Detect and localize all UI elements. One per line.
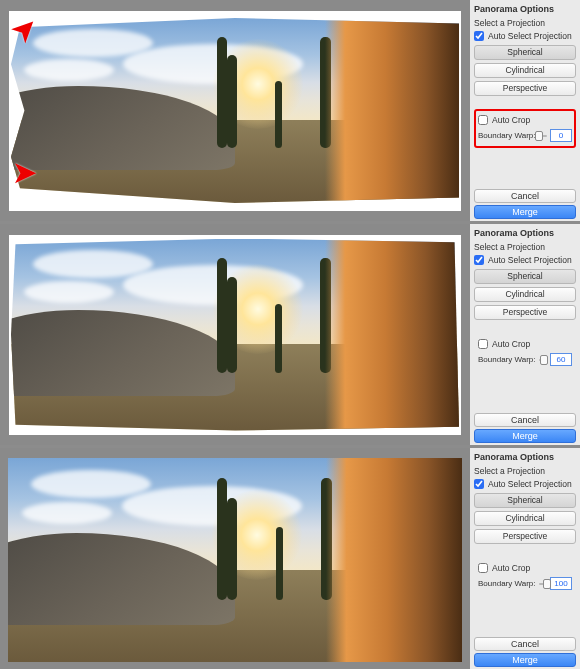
cylindrical-button[interactable]: Cylindrical <box>474 287 576 302</box>
auto-crop-checkbox[interactable]: Auto Crop <box>478 563 572 573</box>
select-projection-label: Select a Projection <box>474 18 576 28</box>
boundary-warp-value[interactable]: 60 <box>550 353 572 366</box>
panel-title: Panorama Options <box>474 452 576 462</box>
options-panel: Panorama Options Select a Projection Aut… <box>470 0 580 221</box>
merge-button[interactable]: Merge <box>474 205 576 219</box>
auto-crop-input[interactable] <box>478 115 488 125</box>
preview-area <box>0 224 470 445</box>
options-panel: Panorama Options Select a Projection Aut… <box>470 224 580 445</box>
panel-title: Panorama Options <box>474 4 576 14</box>
auto-crop-input[interactable] <box>478 563 488 573</box>
auto-select-projection-label: Auto Select Projection <box>488 255 572 265</box>
auto-crop-checkbox[interactable]: Auto Crop <box>478 339 572 349</box>
auto-crop-checkbox[interactable]: Auto Crop <box>478 115 572 125</box>
crop-warp-group: Auto Crop Boundary Warp: 100 <box>474 557 576 596</box>
boundary-warp-label: Boundary Warp: <box>478 131 536 140</box>
spherical-button[interactable]: Spherical <box>474 45 576 60</box>
panel-title: Panorama Options <box>474 228 576 238</box>
auto-select-projection-input[interactable] <box>474 31 484 41</box>
slider-thumb[interactable] <box>535 131 543 141</box>
panorama-image <box>11 18 459 203</box>
auto-crop-label: Auto Crop <box>492 339 530 349</box>
select-projection-label: Select a Projection <box>474 242 576 252</box>
boundary-warp-value[interactable]: 100 <box>550 577 572 590</box>
panel-footer: Cancel Merge <box>474 189 576 221</box>
panorama-image <box>11 239 459 431</box>
cancel-button[interactable]: Cancel <box>474 413 576 427</box>
auto-select-projection-input[interactable] <box>474 479 484 489</box>
preview-area: ➤ ➤ <box>0 0 470 221</box>
auto-crop-label: Auto Crop <box>492 563 530 573</box>
spherical-button[interactable]: Spherical <box>474 269 576 284</box>
boundary-warp-slider[interactable]: Boundary Warp: 0 <box>478 129 572 142</box>
panorama-row: Panorama Options Select a Projection Aut… <box>0 448 580 669</box>
preview-area <box>0 448 470 669</box>
panorama-row: Panorama Options Select a Projection Aut… <box>0 224 580 445</box>
auto-crop-input[interactable] <box>478 339 488 349</box>
perspective-button[interactable]: Perspective <box>474 81 576 96</box>
slider-track[interactable] <box>539 359 547 361</box>
auto-select-projection-label: Auto Select Projection <box>488 31 572 41</box>
slider-track[interactable] <box>539 135 547 137</box>
panel-footer: Cancel Merge <box>474 637 576 669</box>
boundary-warp-slider[interactable]: Boundary Warp: 60 <box>478 353 572 366</box>
perspective-button[interactable]: Perspective <box>474 305 576 320</box>
boundary-warp-slider[interactable]: Boundary Warp: 100 <box>478 577 572 590</box>
cylindrical-button[interactable]: Cylindrical <box>474 63 576 78</box>
auto-select-projection-checkbox[interactable]: Auto Select Projection <box>474 479 576 489</box>
cylindrical-button[interactable]: Cylindrical <box>474 511 576 526</box>
options-panel: Panorama Options Select a Projection Aut… <box>470 448 580 669</box>
preview-canvas <box>9 235 461 435</box>
merge-button[interactable]: Merge <box>474 429 576 443</box>
auto-select-projection-checkbox[interactable]: Auto Select Projection <box>474 255 576 265</box>
preview-canvas: ➤ ➤ <box>9 11 461 211</box>
slider-thumb[interactable] <box>540 355 548 365</box>
crop-warp-group: Auto Crop Boundary Warp: 60 <box>474 333 576 372</box>
auto-select-projection-input[interactable] <box>474 255 484 265</box>
spherical-button[interactable]: Spherical <box>474 493 576 508</box>
boundary-warp-label: Boundary Warp: <box>478 355 536 364</box>
cancel-button[interactable]: Cancel <box>474 189 576 203</box>
auto-select-projection-checkbox[interactable]: Auto Select Projection <box>474 31 576 41</box>
select-projection-label: Select a Projection <box>474 466 576 476</box>
perspective-button[interactable]: Perspective <box>474 529 576 544</box>
panel-footer: Cancel Merge <box>474 413 576 445</box>
slider-thumb[interactable] <box>543 579 551 589</box>
merge-button[interactable]: Merge <box>474 653 576 667</box>
cancel-button[interactable]: Cancel <box>474 637 576 651</box>
auto-select-projection-label: Auto Select Projection <box>488 479 572 489</box>
crop-warp-group: Auto Crop Boundary Warp: 0 <box>474 109 576 148</box>
boundary-warp-label: Boundary Warp: <box>478 579 536 588</box>
boundary-warp-value[interactable]: 0 <box>550 129 572 142</box>
auto-crop-label: Auto Crop <box>492 115 530 125</box>
panorama-image <box>8 458 462 662</box>
preview-canvas <box>8 458 462 662</box>
slider-track[interactable] <box>539 583 547 585</box>
panorama-row: ➤ ➤ Panorama Options Select a Projection… <box>0 0 580 221</box>
